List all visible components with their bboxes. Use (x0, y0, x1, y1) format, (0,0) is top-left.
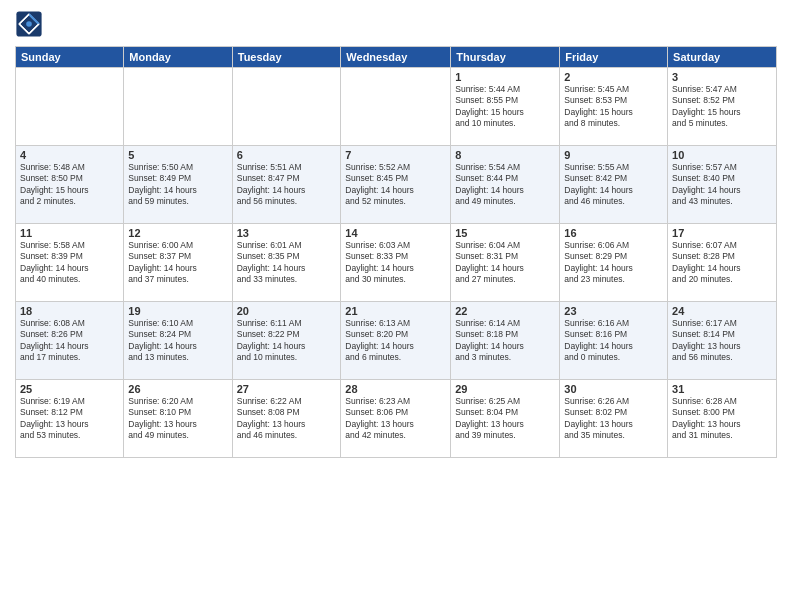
calendar-cell: 23Sunrise: 6:16 AMSunset: 8:16 PMDayligh… (560, 302, 668, 380)
day-number: 21 (345, 305, 446, 317)
calendar-cell: 17Sunrise: 6:07 AMSunset: 8:28 PMDayligh… (668, 224, 777, 302)
day-number: 10 (672, 149, 772, 161)
day-header-wednesday: Wednesday (341, 47, 451, 68)
page: SundayMondayTuesdayWednesdayThursdayFrid… (0, 0, 792, 612)
day-number: 5 (128, 149, 227, 161)
day-number: 1 (455, 71, 555, 83)
day-info: Sunrise: 5:55 AMSunset: 8:42 PMDaylight:… (564, 162, 663, 208)
day-header-sunday: Sunday (16, 47, 124, 68)
calendar-cell: 1Sunrise: 5:44 AMSunset: 8:55 PMDaylight… (451, 68, 560, 146)
calendar-week-5: 25Sunrise: 6:19 AMSunset: 8:12 PMDayligh… (16, 380, 777, 458)
day-number: 20 (237, 305, 337, 317)
calendar-cell: 8Sunrise: 5:54 AMSunset: 8:44 PMDaylight… (451, 146, 560, 224)
day-info: Sunrise: 5:51 AMSunset: 8:47 PMDaylight:… (237, 162, 337, 208)
calendar-cell: 11Sunrise: 5:58 AMSunset: 8:39 PMDayligh… (16, 224, 124, 302)
day-number: 11 (20, 227, 119, 239)
day-number: 13 (237, 227, 337, 239)
day-number: 3 (672, 71, 772, 83)
calendar-cell (232, 68, 341, 146)
day-info: Sunrise: 6:20 AMSunset: 8:10 PMDaylight:… (128, 396, 227, 442)
day-number: 25 (20, 383, 119, 395)
day-info: Sunrise: 6:04 AMSunset: 8:31 PMDaylight:… (455, 240, 555, 286)
calendar-week-4: 18Sunrise: 6:08 AMSunset: 8:26 PMDayligh… (16, 302, 777, 380)
calendar-cell (124, 68, 232, 146)
calendar-cell: 10Sunrise: 5:57 AMSunset: 8:40 PMDayligh… (668, 146, 777, 224)
day-info: Sunrise: 6:17 AMSunset: 8:14 PMDaylight:… (672, 318, 772, 364)
day-number: 4 (20, 149, 119, 161)
day-number: 15 (455, 227, 555, 239)
day-number: 6 (237, 149, 337, 161)
day-info: Sunrise: 6:06 AMSunset: 8:29 PMDaylight:… (564, 240, 663, 286)
day-info: Sunrise: 5:57 AMSunset: 8:40 PMDaylight:… (672, 162, 772, 208)
calendar-cell (341, 68, 451, 146)
logo-icon (15, 10, 43, 38)
calendar-cell: 9Sunrise: 5:55 AMSunset: 8:42 PMDaylight… (560, 146, 668, 224)
day-number: 24 (672, 305, 772, 317)
calendar-cell: 20Sunrise: 6:11 AMSunset: 8:22 PMDayligh… (232, 302, 341, 380)
day-info: Sunrise: 6:13 AMSunset: 8:20 PMDaylight:… (345, 318, 446, 364)
calendar-cell: 21Sunrise: 6:13 AMSunset: 8:20 PMDayligh… (341, 302, 451, 380)
calendar-cell: 19Sunrise: 6:10 AMSunset: 8:24 PMDayligh… (124, 302, 232, 380)
day-info: Sunrise: 5:52 AMSunset: 8:45 PMDaylight:… (345, 162, 446, 208)
day-info: Sunrise: 6:25 AMSunset: 8:04 PMDaylight:… (455, 396, 555, 442)
calendar-cell: 2Sunrise: 5:45 AMSunset: 8:53 PMDaylight… (560, 68, 668, 146)
day-info: Sunrise: 6:07 AMSunset: 8:28 PMDaylight:… (672, 240, 772, 286)
calendar-cell: 18Sunrise: 6:08 AMSunset: 8:26 PMDayligh… (16, 302, 124, 380)
day-info: Sunrise: 5:58 AMSunset: 8:39 PMDaylight:… (20, 240, 119, 286)
calendar-cell: 22Sunrise: 6:14 AMSunset: 8:18 PMDayligh… (451, 302, 560, 380)
day-number: 29 (455, 383, 555, 395)
day-number: 26 (128, 383, 227, 395)
day-info: Sunrise: 6:16 AMSunset: 8:16 PMDaylight:… (564, 318, 663, 364)
day-number: 18 (20, 305, 119, 317)
day-info: Sunrise: 5:45 AMSunset: 8:53 PMDaylight:… (564, 84, 663, 130)
calendar-cell: 27Sunrise: 6:22 AMSunset: 8:08 PMDayligh… (232, 380, 341, 458)
day-header-monday: Monday (124, 47, 232, 68)
day-number: 30 (564, 383, 663, 395)
calendar-week-2: 4Sunrise: 5:48 AMSunset: 8:50 PMDaylight… (16, 146, 777, 224)
calendar-week-3: 11Sunrise: 5:58 AMSunset: 8:39 PMDayligh… (16, 224, 777, 302)
calendar-cell: 7Sunrise: 5:52 AMSunset: 8:45 PMDaylight… (341, 146, 451, 224)
day-info: Sunrise: 5:48 AMSunset: 8:50 PMDaylight:… (20, 162, 119, 208)
day-number: 16 (564, 227, 663, 239)
day-number: 28 (345, 383, 446, 395)
day-header-friday: Friday (560, 47, 668, 68)
calendar-cell: 29Sunrise: 6:25 AMSunset: 8:04 PMDayligh… (451, 380, 560, 458)
header (15, 10, 777, 38)
calendar-cell: 4Sunrise: 5:48 AMSunset: 8:50 PMDaylight… (16, 146, 124, 224)
day-number: 8 (455, 149, 555, 161)
svg-point-2 (26, 21, 32, 27)
day-info: Sunrise: 6:08 AMSunset: 8:26 PMDaylight:… (20, 318, 119, 364)
day-info: Sunrise: 6:11 AMSunset: 8:22 PMDaylight:… (237, 318, 337, 364)
day-info: Sunrise: 6:00 AMSunset: 8:37 PMDaylight:… (128, 240, 227, 286)
day-number: 9 (564, 149, 663, 161)
calendar-cell: 28Sunrise: 6:23 AMSunset: 8:06 PMDayligh… (341, 380, 451, 458)
calendar-week-1: 1Sunrise: 5:44 AMSunset: 8:55 PMDaylight… (16, 68, 777, 146)
day-number: 23 (564, 305, 663, 317)
day-info: Sunrise: 6:23 AMSunset: 8:06 PMDaylight:… (345, 396, 446, 442)
calendar-cell: 15Sunrise: 6:04 AMSunset: 8:31 PMDayligh… (451, 224, 560, 302)
calendar-cell: 26Sunrise: 6:20 AMSunset: 8:10 PMDayligh… (124, 380, 232, 458)
calendar-cell: 12Sunrise: 6:00 AMSunset: 8:37 PMDayligh… (124, 224, 232, 302)
calendar-cell: 14Sunrise: 6:03 AMSunset: 8:33 PMDayligh… (341, 224, 451, 302)
calendar-cell: 31Sunrise: 6:28 AMSunset: 8:00 PMDayligh… (668, 380, 777, 458)
calendar-cell: 13Sunrise: 6:01 AMSunset: 8:35 PMDayligh… (232, 224, 341, 302)
day-info: Sunrise: 6:14 AMSunset: 8:18 PMDaylight:… (455, 318, 555, 364)
day-info: Sunrise: 5:44 AMSunset: 8:55 PMDaylight:… (455, 84, 555, 130)
day-number: 31 (672, 383, 772, 395)
day-info: Sunrise: 6:01 AMSunset: 8:35 PMDaylight:… (237, 240, 337, 286)
day-number: 17 (672, 227, 772, 239)
day-number: 19 (128, 305, 227, 317)
day-info: Sunrise: 5:47 AMSunset: 8:52 PMDaylight:… (672, 84, 772, 130)
logo (15, 10, 47, 38)
day-info: Sunrise: 5:54 AMSunset: 8:44 PMDaylight:… (455, 162, 555, 208)
calendar-header-row: SundayMondayTuesdayWednesdayThursdayFrid… (16, 47, 777, 68)
day-number: 27 (237, 383, 337, 395)
calendar-cell: 24Sunrise: 6:17 AMSunset: 8:14 PMDayligh… (668, 302, 777, 380)
calendar-cell: 5Sunrise: 5:50 AMSunset: 8:49 PMDaylight… (124, 146, 232, 224)
calendar-cell: 30Sunrise: 6:26 AMSunset: 8:02 PMDayligh… (560, 380, 668, 458)
day-info: Sunrise: 6:03 AMSunset: 8:33 PMDaylight:… (345, 240, 446, 286)
day-info: Sunrise: 6:26 AMSunset: 8:02 PMDaylight:… (564, 396, 663, 442)
day-info: Sunrise: 6:19 AMSunset: 8:12 PMDaylight:… (20, 396, 119, 442)
day-info: Sunrise: 6:22 AMSunset: 8:08 PMDaylight:… (237, 396, 337, 442)
calendar-table: SundayMondayTuesdayWednesdayThursdayFrid… (15, 46, 777, 458)
